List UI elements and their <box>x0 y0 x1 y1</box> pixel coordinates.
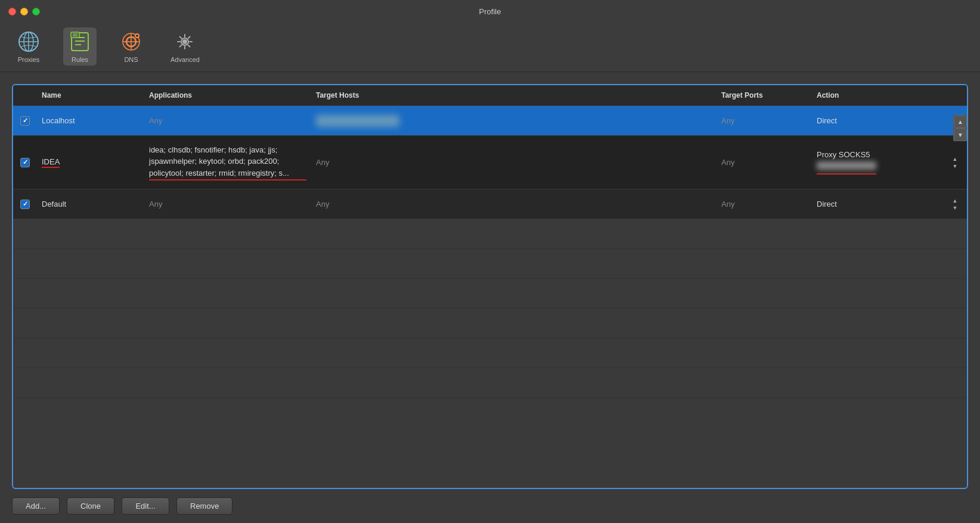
row-name: IDEA <box>37 154 144 172</box>
header-target-hosts: Target Hosts <box>311 89 717 102</box>
localhost-name: Localhost <box>42 116 75 125</box>
toolbar-item-rules[interactable]: Rules <box>63 27 97 66</box>
row-target-ports: Any <box>717 113 812 129</box>
row-checkbox[interactable]: ✓ <box>13 113 37 129</box>
row-target-ports: Any <box>717 196 812 212</box>
row-stepper-control-default[interactable]: ▲ ▼ <box>948 198 962 211</box>
idea-ports: Any <box>721 158 734 167</box>
edit-button[interactable]: Edit... <box>122 497 169 515</box>
maximize-button[interactable] <box>32 8 40 15</box>
row-action: Direct <box>812 196 943 212</box>
close-button[interactable] <box>8 8 16 15</box>
scroll-up-button[interactable]: ▲ <box>954 115 967 128</box>
clone-button[interactable]: Clone <box>67 497 114 515</box>
row-applications: Any <box>144 196 311 212</box>
svg-point-17 <box>182 39 187 44</box>
checkbox-default[interactable]: ✓ <box>20 200 30 209</box>
toolbar-item-dns[interactable]: DNS <box>114 27 148 66</box>
empty-row <box>13 338 967 368</box>
toolbar-item-advanced[interactable]: Advanced <box>166 27 204 66</box>
row-stepper-control-idea[interactable]: ▲ ▼ <box>948 156 962 169</box>
dns-label: DNS <box>124 56 138 63</box>
row-target-hosts: Any <box>311 196 717 212</box>
window-title: Profile <box>479 7 501 16</box>
localhost-hosts-blurred <box>316 115 399 127</box>
row-applications: idea; clhsdb; fsnotifier; hsdb; java; jj… <box>144 141 311 185</box>
globe-icon <box>17 30 41 54</box>
table-row[interactable]: ✓ Localhost Any Any Direct ▲ ▼ <box>13 106 967 136</box>
gear-icon <box>173 30 197 54</box>
remove-button[interactable]: Remove <box>176 497 232 515</box>
idea-action-underline <box>817 173 876 175</box>
header-target-ports: Target Ports <box>717 89 812 102</box>
table-row[interactable]: ✓ IDEA idea; clhsdb; fsnotifier; hsdb; j… <box>13 136 967 189</box>
idea-name: IDEA <box>42 157 60 168</box>
row-target-hosts <box>311 111 717 130</box>
checkbox-idea[interactable]: ✓ <box>20 158 30 167</box>
dns-icon <box>119 30 143 54</box>
svg-rect-8 <box>71 32 79 38</box>
add-button[interactable]: Add... <box>12 497 60 515</box>
toolbar-item-proxies[interactable]: Proxies <box>12 27 45 66</box>
row-checkbox[interactable]: ✓ <box>13 196 37 213</box>
empty-row <box>13 279 967 309</box>
advanced-label: Advanced <box>170 56 200 63</box>
idea-action-blurred <box>817 161 876 170</box>
row-name: Localhost <box>37 113 144 129</box>
default-action: Direct <box>817 200 837 208</box>
row-stepper: ▲ ▼ <box>943 152 967 173</box>
table-row[interactable]: ✓ Default Any Any Any Direct ▲ ▼ <box>13 189 967 219</box>
svg-point-16 <box>136 35 138 37</box>
rules-icon <box>68 30 92 54</box>
idea-action-text: Proxy SOCKS5 <box>817 150 938 159</box>
header-applications: Applications <box>144 89 311 102</box>
row-action: Direct <box>812 113 943 129</box>
row-stepper: ▲ ▼ <box>943 194 967 214</box>
row-target-ports: Any <box>717 154 812 170</box>
traffic-lights <box>8 8 40 15</box>
empty-row <box>13 309 967 338</box>
row-action: Proxy SOCKS5 <box>812 147 943 178</box>
minimize-button[interactable] <box>20 8 28 15</box>
proxies-label: Proxies <box>18 56 40 63</box>
localhost-apps: Any <box>149 116 162 125</box>
table-header: Name Applications Target Hosts Target Po… <box>13 85 967 106</box>
checkbox-localhost[interactable]: ✓ <box>20 116 30 126</box>
rules-label: Rules <box>72 56 88 63</box>
scroll-down-button[interactable]: ▼ <box>954 128 967 141</box>
toolbar: Proxies Rules <box>0 23 980 72</box>
idea-hosts: Any <box>316 158 329 167</box>
scroll-controls: ▲ ▼ <box>953 115 967 141</box>
title-bar: Profile <box>0 0 980 23</box>
localhost-ports: Any <box>721 116 734 125</box>
bottom-toolbar: Add... Clone Edit... Remove <box>0 489 980 523</box>
header-name: Name <box>37 89 144 102</box>
header-stepper-col <box>943 89 967 102</box>
idea-apps: idea; clhsdb; fsnotifier; hsdb; java; jj… <box>149 144 306 181</box>
empty-table-area <box>13 219 967 398</box>
row-checkbox[interactable]: ✓ <box>13 154 37 171</box>
rules-table-container: Name Applications Target Hosts Target Po… <box>12 84 968 489</box>
localhost-action: Direct <box>817 116 837 125</box>
empty-row <box>13 249 967 279</box>
header-checkbox-col <box>13 89 37 102</box>
row-name: Default <box>37 196 144 212</box>
empty-row <box>13 219 967 249</box>
row-target-hosts: Any <box>311 154 717 170</box>
header-action: Action <box>812 89 943 102</box>
row-applications: Any <box>144 113 311 129</box>
empty-row <box>13 368 967 398</box>
